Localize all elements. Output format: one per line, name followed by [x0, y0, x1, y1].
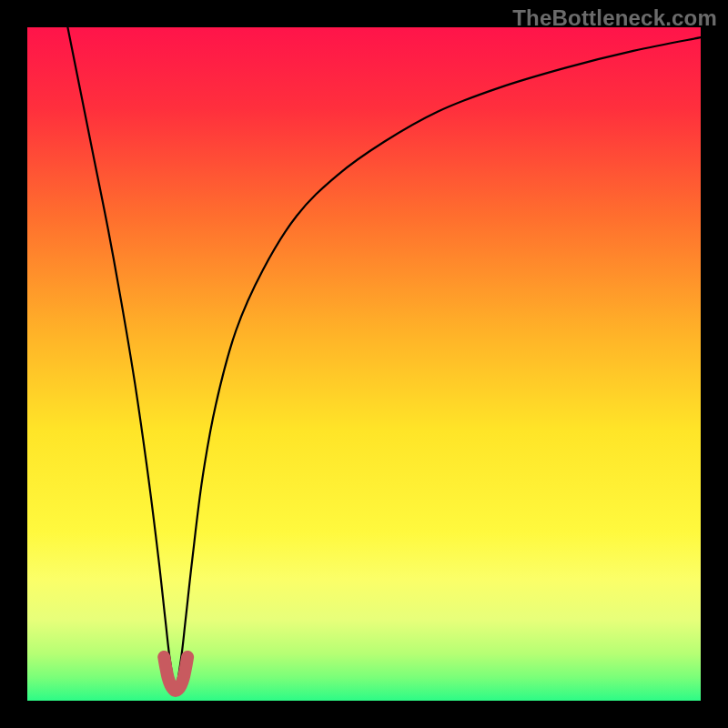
- watermark-text: TheBottleneck.com: [512, 5, 717, 31]
- gradient-background: [27, 27, 701, 701]
- plot-area: [27, 27, 701, 701]
- chart-frame: TheBottleneck.com: [0, 0, 728, 728]
- bottleneck-chart: [27, 27, 701, 701]
